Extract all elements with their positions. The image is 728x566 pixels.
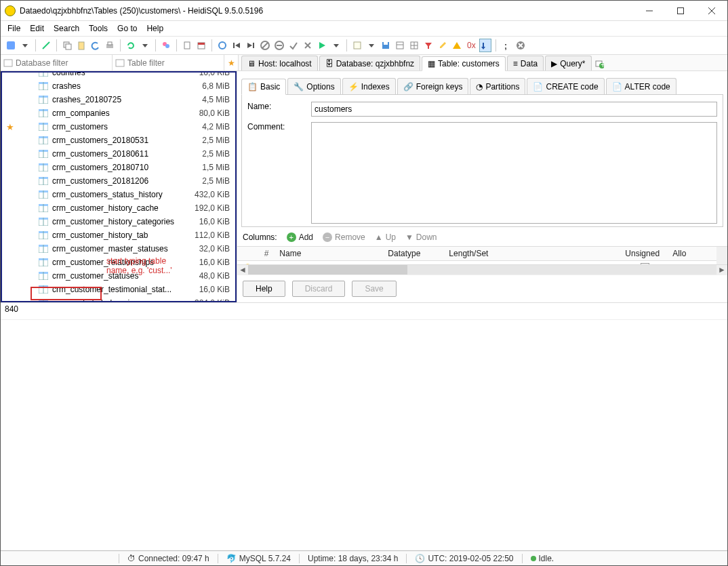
name-input[interactable] [311, 102, 717, 117]
toolbar-refresh-icon[interactable] [125, 39, 137, 52]
toolbar-dropdown-icon[interactable] [19, 39, 31, 52]
tree-item[interactable]: crm_customer_history_tab112,0 KiB [2, 228, 235, 242]
toolbar-export-icon[interactable] [394, 39, 406, 52]
tree-item[interactable]: crm_customers_201806112,5 MiB [2, 147, 235, 161]
menu-file[interactable]: File [7, 24, 20, 33]
toolbar-users-icon[interactable] [160, 39, 172, 52]
tree-item[interactable]: crm_customer_statuses48,0 KiB [2, 269, 235, 283]
toolbar-dropdown4-icon[interactable] [365, 39, 378, 52]
move-up-button[interactable]: ▲ Up [375, 233, 396, 242]
tree-item[interactable]: crm_customers_201812062,5 MiB [2, 174, 235, 188]
menu-edit[interactable]: Edit [30, 24, 44, 33]
tree-item[interactable]: crm_customer_testimonial_stat...16,0 KiB [2, 283, 235, 296]
toolbar-check-icon[interactable] [287, 39, 300, 52]
toolbar-grid-icon[interactable] [408, 39, 420, 52]
menu-tools[interactable]: Tools [89, 24, 108, 33]
columns-table[interactable]: # Name Datatype Length/Set Unsigned Allo… [237, 247, 716, 264]
subtab-basic[interactable]: 📋Basic [241, 79, 286, 95]
unsigned-checkbox[interactable] [641, 263, 649, 264]
maximize-button[interactable] [665, 1, 696, 21]
toolbar-copy-icon[interactable] [61, 39, 73, 52]
toolbar-semicolon-icon[interactable]: ; [500, 39, 512, 52]
subtab-create-code[interactable]: 📄CREATE code [527, 78, 604, 94]
tree-item[interactable]: crm_excluded_domains304,0 KiB [2, 296, 235, 301]
move-down-button[interactable]: ▼ Down [405, 233, 437, 242]
help-button[interactable]: Help [243, 281, 285, 297]
toolbar-sort-icon[interactable] [479, 39, 491, 52]
subtab-foreign-keys[interactable]: 🔗Foreign keys [397, 78, 469, 94]
toolbar-first-icon[interactable] [230, 39, 243, 52]
tree-item[interactable]: ★crm_customers4,2 MiB [2, 120, 235, 134]
tree-item[interactable]: crm_customers_201807101,5 MiB [2, 161, 235, 174]
toolbar-filter-icon[interactable] [422, 39, 434, 52]
toolbar-print-icon[interactable] [104, 39, 116, 52]
columns-title: Columns: [243, 233, 277, 242]
subtab-options[interactable]: 🔧Options [287, 78, 340, 94]
col-header-allow[interactable]: Allo [668, 247, 716, 261]
tree-item[interactable]: crm_customers_status_history432,0 KiB [2, 188, 235, 201]
toolbar-connect-icon[interactable] [5, 39, 17, 52]
menu-help[interactable]: Help [146, 24, 163, 33]
menu-goto[interactable]: Go to [117, 24, 137, 33]
comment-input[interactable] [311, 122, 717, 224]
toolbar-save-icon[interactable] [380, 39, 392, 52]
columns-vscroll[interactable] [716, 247, 727, 264]
columns-hscroll[interactable]: ◄► [237, 264, 727, 275]
toolbar-undo-icon[interactable] [89, 39, 102, 52]
top-tab-host[interactable]: 🖥Host: localhost [241, 56, 318, 70]
col-header-datatype[interactable]: Datatype [384, 247, 445, 261]
database-filter[interactable]: Database filter [1, 55, 113, 70]
toolbar-script-icon[interactable] [351, 39, 363, 52]
close-button[interactable] [696, 1, 727, 21]
tree-item[interactable]: crm_customer_master_statuses32,0 KiB [2, 242, 235, 256]
subtab-partitions[interactable]: ◔Partitions [470, 78, 525, 94]
save-button[interactable]: Save [352, 281, 396, 297]
tree-item[interactable]: crashes6,8 MiB [2, 79, 235, 93]
toolbar-stop-icon[interactable] [259, 39, 271, 52]
add-column-button[interactable]: +Add [287, 233, 313, 242]
toolbar-minus-icon[interactable] [273, 39, 285, 52]
column-row[interactable]: 🔑1customer_idINT11 [237, 261, 716, 264]
toolbar-last-icon[interactable] [245, 39, 257, 52]
top-tab-data[interactable]: ≡Data [507, 56, 544, 70]
col-header-length[interactable]: Length/Set [445, 247, 621, 261]
toolbar-run-icon[interactable] [316, 39, 328, 52]
subtab-alter-code[interactable]: 📄ALTER code [606, 78, 676, 94]
minimize-button[interactable] [634, 1, 665, 21]
toolbar-dropdown2-icon[interactable] [139, 39, 151, 52]
col-header-name[interactable]: Name [275, 247, 384, 261]
tree-item[interactable]: crm_companies80,0 KiB [2, 106, 235, 120]
top-tab-table[interactable]: ▦Table: customers [422, 56, 506, 71]
subtab-indexes[interactable]: ⚡Indexes [342, 78, 396, 94]
col-header-unsigned[interactable]: Unsigned [621, 247, 668, 261]
new-query-tab[interactable]: + [593, 57, 605, 70]
toolbar-warn-icon[interactable] [451, 39, 463, 52]
toolbar-reload-icon[interactable] [216, 39, 228, 52]
top-tab-db[interactable]: 🗄Database: qzjxbhbfnz [319, 56, 420, 70]
toolbar-edit-icon[interactable] [437, 39, 449, 52]
toolbar-calendar-icon[interactable] [195, 39, 207, 52]
tree-item[interactable]: crm_customer_history_cache192,0 KiB [2, 201, 235, 215]
tree-item[interactable]: countries16,0 KiB [2, 73, 235, 79]
tree-item[interactable]: crm_customer_relationships16,0 KiB [2, 256, 235, 269]
tree-item[interactable]: crashes_201807254,5 MiB [2, 93, 235, 106]
menu-search[interactable]: Search [54, 24, 79, 33]
data-icon: ≡ [513, 59, 518, 68]
toolbar-clear-icon[interactable] [514, 39, 527, 52]
toolbar-cancel-icon[interactable] [302, 39, 314, 52]
table-filter[interactable]: Table filter [113, 55, 224, 70]
toolbar-dropdown3-icon[interactable] [330, 39, 342, 52]
top-tab-query[interactable]: ▶Query* [545, 56, 591, 70]
toolbar-hex-icon[interactable]: 0x [465, 39, 477, 52]
tree-list[interactable]: countries16,0 KiBcrashes6,8 MiBcrashes_2… [2, 73, 235, 301]
log-area[interactable] [1, 319, 727, 551]
favorites-toggle[interactable]: ★ [224, 55, 238, 70]
toolbar-picker-icon[interactable] [40, 39, 52, 52]
tree-item[interactable]: crm_customer_history_categories16,0 KiB [2, 215, 235, 228]
discard-button[interactable]: Discard [292, 281, 346, 297]
remove-column-button[interactable]: −Remove [323, 233, 365, 242]
tree-item[interactable]: crm_customers_201805312,5 MiB [2, 134, 235, 147]
toolbar-paste-icon[interactable] [75, 39, 87, 52]
toolbar-new-icon[interactable] [181, 39, 193, 52]
col-header-num[interactable]: # [256, 247, 275, 261]
